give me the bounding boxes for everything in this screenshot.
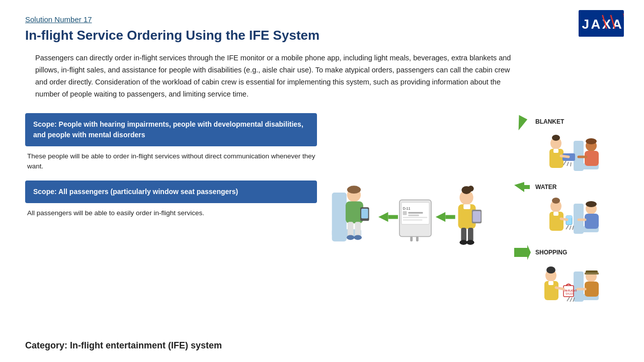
svg-point-15 — [347, 235, 355, 240]
blanket-scene — [513, 131, 609, 176]
scope1-box: Scope: People with hearing impairments, … — [25, 113, 317, 146]
scope1-desc: These people will be able to order in-fl… — [25, 151, 317, 172]
svg-point-64 — [586, 201, 597, 207]
svg-rect-69 — [553, 212, 558, 216]
svg-rect-27 — [403, 217, 428, 218]
arrow-water — [513, 181, 531, 194]
svg-line-94 — [570, 298, 572, 302]
svg-point-51 — [552, 135, 560, 141]
right-item-shopping: SHOPPING IN-FLIGHT SALES — [513, 244, 619, 307]
water-scene — [513, 194, 609, 239]
svg-line-58 — [567, 162, 569, 166]
category-footer: Category: In-flight entertainment (IFE) … — [25, 340, 222, 351]
svg-rect-14 — [355, 222, 361, 236]
svg-point-43 — [466, 240, 474, 245]
svg-marker-77 — [514, 245, 531, 260]
svg-line-74 — [566, 225, 569, 229]
svg-rect-65 — [585, 214, 599, 229]
svg-rect-24 — [403, 211, 407, 215]
svg-marker-19 — [378, 212, 388, 222]
arrow-shopping — [513, 244, 531, 261]
water-label: WATER — [535, 184, 556, 191]
svg-line-55 — [561, 156, 569, 157]
svg-point-11 — [347, 186, 361, 194]
svg-point-42 — [459, 240, 467, 245]
scope2-box: Scope: All passengers (particularly wind… — [25, 180, 317, 203]
svg-marker-60 — [514, 182, 530, 192]
middle-illustration: D-11 — [327, 113, 503, 307]
svg-rect-26 — [408, 215, 419, 216]
svg-rect-28 — [403, 220, 423, 221]
arrow-blanket — [513, 113, 531, 131]
svg-rect-90 — [548, 281, 553, 285]
svg-line-91 — [556, 288, 564, 289]
svg-point-67 — [552, 198, 560, 204]
content-area: Scope: People with hearing impairments, … — [25, 113, 619, 307]
left-panel: Scope: People with hearing impairments, … — [25, 113, 317, 307]
svg-rect-39 — [473, 211, 481, 222]
page: J A X A Solution Number 17 In-flight Ser… — [0, 0, 644, 362]
svg-rect-41 — [468, 228, 473, 241]
shopping-label: SHOPPING — [535, 249, 567, 256]
svg-text:A: A — [591, 17, 601, 32]
svg-point-48 — [586, 138, 597, 144]
shopping-scene: IN-FLIGHT SALES — [513, 261, 609, 307]
svg-line-59 — [571, 162, 571, 166]
svg-rect-53 — [553, 149, 558, 153]
svg-rect-30 — [416, 237, 419, 242]
svg-rect-83 — [585, 282, 599, 297]
svg-line-93 — [567, 297, 570, 301]
svg-text:D-11: D-11 — [403, 207, 411, 210]
svg-rect-82 — [585, 273, 599, 275]
svg-line-72 — [561, 219, 567, 220]
svg-text:SALES: SALES — [566, 292, 574, 295]
svg-point-88 — [546, 266, 555, 274]
svg-rect-32 — [445, 215, 455, 219]
svg-rect-25 — [408, 212, 423, 214]
center-illustration-svg: D-11 — [327, 152, 503, 267]
svg-point-16 — [354, 235, 362, 240]
scope2-desc: All passengers will be able to easily or… — [25, 208, 317, 218]
svg-rect-71 — [566, 216, 572, 218]
svg-line-57 — [564, 161, 566, 165]
svg-point-35 — [468, 186, 474, 192]
svg-marker-44 — [513, 113, 530, 130]
right-illustrations: BLANKET — [513, 113, 619, 307]
svg-rect-18 — [361, 209, 368, 218]
svg-rect-37 — [463, 204, 470, 209]
jaxa-logo: J A X A — [579, 10, 624, 38]
svg-marker-31 — [436, 212, 445, 222]
svg-text:J: J — [582, 17, 590, 32]
blanket-label: BLANKET — [535, 118, 564, 125]
svg-rect-13 — [348, 222, 354, 236]
svg-line-75 — [570, 226, 571, 230]
right-item-blanket: BLANKET — [513, 113, 619, 176]
svg-line-76 — [573, 226, 574, 230]
solution-link[interactable]: Solution Number 17 — [25, 15, 619, 24]
description-text: Passengers can directly order in-flight … — [35, 52, 513, 101]
svg-rect-49 — [585, 151, 599, 166]
svg-rect-20 — [388, 215, 398, 219]
main-title: In-flight Service Ordering Using the IFE… — [25, 28, 619, 43]
right-item-water: WATER — [513, 181, 619, 239]
svg-rect-40 — [461, 228, 466, 241]
svg-rect-29 — [410, 237, 413, 242]
